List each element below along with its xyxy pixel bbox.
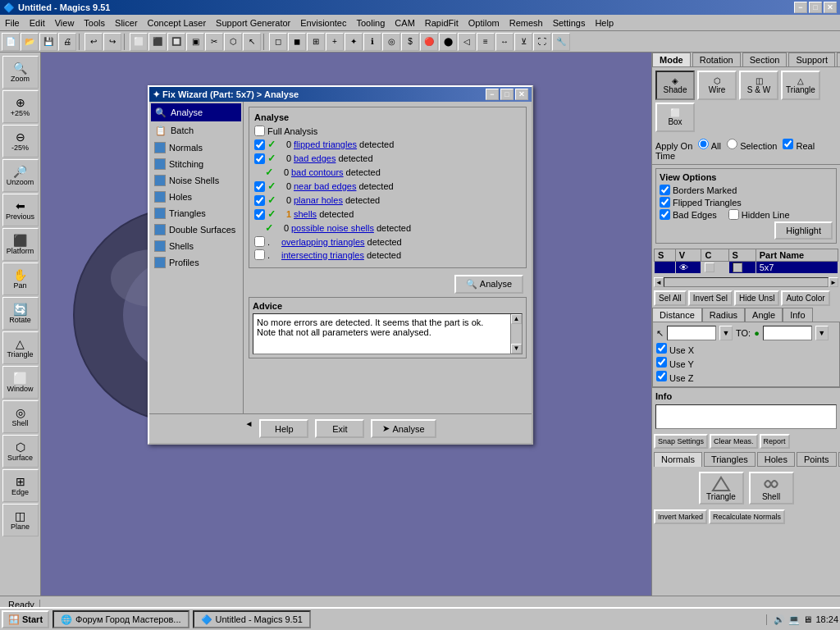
start-button[interactable]: 🪟 Start (2, 610, 49, 628)
tb-view4[interactable]: ▣ (186, 33, 204, 51)
maximize-button[interactable]: □ (809, 2, 822, 13)
apply-all-radio[interactable] (698, 139, 709, 149)
apply-selection-label[interactable]: Selection (727, 141, 779, 151)
tb-view2[interactable]: ⬛ (148, 33, 167, 51)
use-y-label[interactable]: Use Y (656, 357, 836, 369)
tool-window[interactable]: ⬜ Window (2, 366, 39, 399)
flipped-triangles-view-checkbox[interactable] (660, 197, 670, 208)
tool-surface[interactable]: ⬡ Surface (2, 435, 39, 468)
sidebar-item-normals[interactable]: Normals (151, 139, 241, 156)
sidebar-item-triangles[interactable]: Triangles (151, 205, 241, 221)
dist-from-input[interactable] (667, 326, 716, 340)
dist-tab-angle[interactable]: Angle (745, 308, 783, 322)
tb-open[interactable]: 📂 (21, 33, 39, 51)
planar-holes-checkbox[interactable] (254, 195, 265, 206)
tb-redo[interactable]: ↪ (103, 33, 121, 51)
near-bad-edges-link[interactable]: near bad edges (294, 181, 356, 191)
mode-wire-btn[interactable]: ⬡ Wire (697, 71, 737, 100)
horizontal-scrollbar[interactable]: ◄ ► (654, 277, 838, 287)
overlapping-link[interactable]: overlapping triangles (281, 237, 365, 247)
use-z-label[interactable]: Use Z (656, 371, 836, 383)
scroll-right-btn[interactable]: ► (829, 277, 838, 287)
realtime-checkbox[interactable] (783, 139, 793, 149)
dialog-max-btn[interactable]: □ (500, 89, 514, 100)
tb-s4[interactable]: + (326, 33, 344, 51)
tool-shell[interactable]: ◎ Shell (2, 400, 39, 433)
menu-optilom[interactable]: Optilom (463, 16, 504, 30)
recalculate-normals-btn[interactable]: Recalculate Normals (709, 509, 785, 524)
norm-tab-triangles[interactable]: Triangles (704, 452, 756, 467)
tb-s3[interactable]: ⊞ (307, 33, 325, 51)
menu-slicer[interactable]: Slicer (110, 16, 143, 30)
full-analysis-checkbox[interactable] (254, 126, 265, 136)
bad-edges-checkbox[interactable] (254, 153, 265, 164)
sidebar-item-holes[interactable]: Holes (151, 189, 241, 205)
flipped-checkbox[interactable] (254, 139, 265, 150)
tool-zoom-out[interactable]: ⊖ -25% (2, 125, 39, 158)
tb-view1[interactable]: ⬜ (130, 33, 148, 51)
overlapping-checkbox[interactable] (254, 236, 265, 247)
tab-section[interactable]: Section (742, 52, 788, 66)
noise-shells-link[interactable]: possible noise shells (291, 223, 374, 233)
dist-to-dropdown[interactable]: ▼ (815, 326, 829, 340)
tool-rotate[interactable]: 🔄 Rotate (2, 297, 39, 330)
tb-s8[interactable]: $ (401, 33, 419, 51)
tool-zoom-in[interactable]: ⊕ +25% (2, 90, 39, 123)
taskbar-item-forum[interactable]: 🌐 Форум Город Мастеров... (52, 610, 189, 628)
menu-concept-laser[interactable]: Concept Laser (143, 16, 212, 30)
menu-support-gen[interactable]: Support Generator (211, 16, 295, 30)
sidebar-item-stitching[interactable]: Stitching (151, 156, 241, 172)
tool-triangle[interactable]: △ Triangle (2, 331, 39, 364)
tb-s11[interactable]: ◁ (458, 33, 476, 51)
tb-s9[interactable]: 🔴 (420, 33, 438, 51)
highlight-button[interactable]: Highlight (774, 221, 833, 240)
tab-rotation[interactable]: Rotation (692, 52, 741, 66)
tool-pan[interactable]: ✋ Pan (2, 262, 39, 295)
tb-s1[interactable]: ◻ (269, 33, 287, 51)
bad-contours-link[interactable]: bad contours (291, 167, 344, 177)
sidebar-item-noise-shells[interactable]: Noise Shells (151, 172, 241, 189)
advice-scrollbar[interactable]: ▲ ▼ (510, 314, 522, 354)
advice-scroll-up[interactable]: ▲ (511, 314, 522, 324)
close-button[interactable]: ✕ (824, 2, 837, 13)
tab-mode[interactable]: Mode (652, 52, 691, 66)
tb-s15[interactable]: ⛶ (533, 33, 551, 51)
sel-all-btn[interactable]: Sel All (654, 290, 687, 306)
tb-s6[interactable]: ℹ (363, 33, 381, 51)
tb-s2[interactable]: ◼ (288, 33, 306, 51)
tool-platform[interactable]: ⬛ Platform (2, 228, 39, 261)
tool-zoom[interactable]: 🔍 Zoom (2, 56, 39, 89)
tb-new[interactable]: 📄 (2, 33, 20, 51)
menu-file[interactable]: File (0, 16, 25, 30)
tool-previous[interactable]: ⬅ Previous (2, 194, 39, 226)
report-btn[interactable]: Report (760, 434, 790, 449)
tb-s10[interactable]: ⬤ (439, 33, 457, 51)
tb-save[interactable]: 💾 (39, 33, 57, 51)
hide-unsl-btn[interactable]: Hide Unsl (734, 290, 779, 306)
snap-settings-btn[interactable]: Snap Settings (654, 434, 708, 449)
near-bad-edges-checkbox[interactable] (254, 181, 265, 192)
menu-view[interactable]: View (50, 16, 80, 30)
tb-undo[interactable]: ↩ (84, 33, 103, 51)
norm-tab-holes[interactable]: Holes (757, 452, 795, 467)
mode-sw-btn[interactable]: ◫ S & W (739, 71, 778, 100)
clear-meas-btn[interactable]: Clear Meas. (710, 434, 758, 449)
bad-edges-view-checkbox[interactable] (660, 209, 670, 220)
auto-color-btn[interactable]: Auto Color (781, 290, 829, 306)
shells-link[interactable]: shells (294, 209, 317, 219)
hidden-line-checkbox[interactable] (728, 209, 739, 220)
menu-cam[interactable]: CAM (390, 16, 419, 30)
intersecting-checkbox[interactable] (254, 249, 265, 260)
tb-s12[interactable]: ≡ (477, 33, 495, 51)
analyse-main-btn[interactable]: 🔍 Analyse (454, 275, 523, 294)
dist-tab-distance[interactable]: Distance (652, 308, 702, 322)
norm-tab-points[interactable]: Points (797, 452, 837, 467)
mode-shade-btn[interactable]: ◈ Shade (655, 71, 695, 100)
use-x-checkbox[interactable] (656, 343, 667, 354)
menu-tooling[interactable]: Tooling (352, 16, 390, 30)
scroll-track[interactable] (664, 277, 829, 287)
minimize-button[interactable]: − (794, 2, 807, 13)
intersecting-link[interactable]: intersecting triangles (281, 250, 364, 260)
sidebar-item-double-surfaces[interactable]: Double Surfaces (151, 221, 241, 238)
dist-to-input[interactable] (763, 326, 812, 340)
